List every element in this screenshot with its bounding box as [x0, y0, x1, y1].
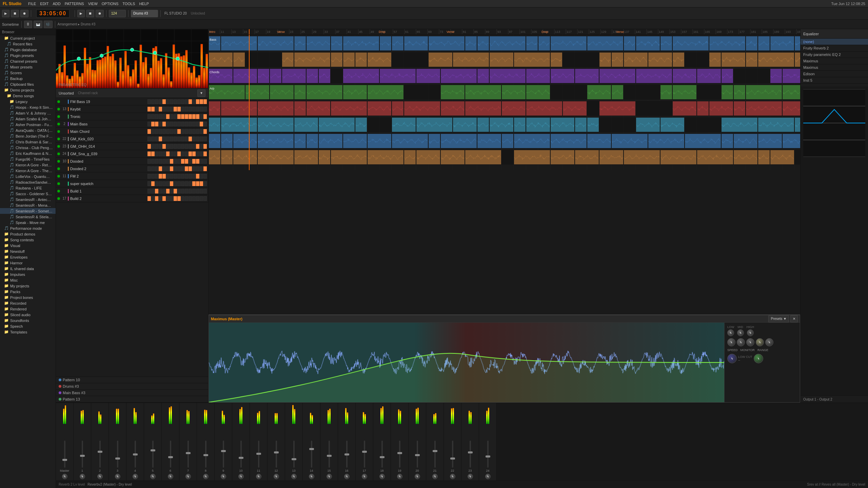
seq-pad-6-4[interactable]: [162, 137, 166, 141]
seq-pad-4-3[interactable]: [159, 122, 162, 126]
seq-pad-2-8[interactable]: [177, 107, 181, 111]
maximus-ceiling-knob[interactable]: [746, 338, 754, 346]
seq-pad-5-7[interactable]: [174, 129, 177, 134]
right-panel-item-2[interactable]: Fruity Reverb 2: [801, 45, 868, 52]
seq-pad-5-2[interactable]: [155, 129, 158, 134]
sidebar-item-legacy[interactable]: 📁Legacy: [0, 99, 56, 104]
channel-led-4[interactable]: [57, 123, 60, 125]
mixer-knob-23[interactable]: [468, 474, 473, 479]
mixer-knob-19[interactable]: [397, 474, 402, 479]
mixer-channel-17[interactable]: 17: [356, 403, 373, 481]
seq-pad-14-3[interactable]: [159, 196, 162, 201]
right-panel-item-4[interactable]: Maximus: [801, 58, 868, 64]
sidebar-item-clipboard-files[interactable]: 🎵Clipboard files: [0, 81, 56, 87]
mixer-channel-9[interactable]: 9: [215, 403, 232, 481]
sidebar-item-sacco[interactable]: 🎵Sacco - Goldener Schnitt: [0, 191, 56, 197]
seq-pad-5-10[interactable]: [185, 129, 188, 134]
channel-led-2[interactable]: [57, 108, 60, 110]
seq-pad-4-8[interactable]: [177, 122, 181, 126]
maximus-plugin-window[interactable]: Maximus (Master) Presets ▼ ✕ LOW: [209, 314, 800, 403]
seq-pad-11-3[interactable]: [159, 174, 162, 179]
fader-knob-9[interactable]: [221, 450, 226, 452]
seq-pad-2-7[interactable]: [174, 107, 177, 111]
fader-knob-7[interactable]: [186, 452, 191, 454]
fader-container-10[interactable]: [232, 424, 250, 468]
seq-pad-8-10[interactable]: [185, 151, 188, 156]
mixer-knob-1[interactable]: [80, 474, 85, 479]
seq-pad-4-9[interactable]: [181, 122, 184, 126]
seq-pad-8-0[interactable]: [147, 151, 151, 156]
seq-pad-4-14[interactable]: [200, 122, 203, 126]
channel-pads-6[interactable]: [147, 137, 207, 141]
sidebar-item-chrissa[interactable]: 🎵Chrissa - Club Penguin: [0, 145, 56, 150]
seq-pad-9-7[interactable]: [174, 159, 177, 164]
arrangement-tracks[interactable]: [209, 35, 800, 314]
seq-pad-2-0[interactable]: [147, 107, 151, 111]
mixer-knob-5[interactable]: [150, 474, 156, 479]
seq-pad-14-6[interactable]: [170, 196, 173, 201]
maximus-high-knob[interactable]: [747, 329, 754, 336]
seq-pad-13-8[interactable]: [177, 189, 181, 194]
channel-led-7[interactable]: [57, 145, 60, 148]
right-panel-item-3[interactable]: Fruity parametric EQ 2: [801, 52, 868, 58]
seq-pad-9-11[interactable]: [189, 159, 192, 164]
maximus-close-btn[interactable]: ✕: [790, 315, 798, 323]
seq-pad-9-0[interactable]: [147, 159, 151, 164]
mixer-knob-3[interactable]: [115, 474, 120, 479]
seq-pad-4-12[interactable]: [192, 122, 196, 126]
right-panel-item-5[interactable]: Maximus: [801, 64, 868, 71]
seq-pad-13-10[interactable]: [185, 189, 188, 194]
sidebar-item-misc[interactable]: 📁Misc: [0, 277, 56, 283]
channel-row-12[interactable]: super squelch: [56, 180, 208, 187]
channel-row-2[interactable]: 13Keybit: [56, 105, 208, 113]
mixer-knob-Master[interactable]: [62, 474, 67, 479]
seq-pad-2-1[interactable]: [151, 107, 155, 111]
channel-row-13[interactable]: Build 1: [56, 187, 208, 195]
seq-pad-6-6[interactable]: [170, 137, 173, 141]
sidebar-item-benn[interactable]: 🎵Benn Jordan (The Flashbulb) - Cassette …: [0, 133, 56, 139]
seq-pad-3-9[interactable]: [181, 114, 184, 119]
sidebar-item-hoops[interactable]: 🎵Hoops - Keep It Simple - 2015: [0, 104, 56, 110]
seq-pad-13-4[interactable]: [162, 189, 166, 194]
channel-pads-8[interactable]: [147, 151, 207, 156]
channel-pads-1[interactable]: [147, 99, 207, 104]
seq-pad-6-9[interactable]: [181, 137, 184, 141]
maximus-lc-knob[interactable]: [727, 354, 737, 363]
seq-pad-9-6[interactable]: [170, 159, 173, 164]
seq-pad-2-2[interactable]: [155, 107, 158, 111]
fader-container-19[interactable]: [391, 424, 408, 468]
seq-pad-8-14[interactable]: [200, 151, 203, 156]
seq-pad-8-6[interactable]: [170, 151, 173, 156]
sidebar-item-il-shared[interactable]: 📁IL shared data: [0, 266, 56, 271]
seq-pad-14-5[interactable]: [166, 196, 170, 201]
seq-pad-7-1[interactable]: [151, 144, 155, 149]
seq-pad-7-3[interactable]: [159, 144, 162, 149]
seq-pad-3-6[interactable]: [170, 114, 173, 119]
fader-knob-14[interactable]: [309, 448, 314, 450]
mixer-knob-22[interactable]: [450, 474, 455, 479]
seq-pad-13-2[interactable]: [155, 189, 158, 194]
seq-pad-13-9[interactable]: [181, 189, 184, 194]
seq-pad-6-10[interactable]: [185, 137, 188, 141]
seq-pad-12-12[interactable]: [192, 181, 196, 186]
seq-pad-4-1[interactable]: [151, 122, 155, 126]
seq-pad-7-5[interactable]: [166, 144, 170, 149]
seq-pad-12-14[interactable]: [200, 181, 203, 186]
mixer-channel-3[interactable]: 3: [109, 403, 126, 481]
seq-pad-7-13[interactable]: [196, 144, 199, 149]
seq-pad-7-9[interactable]: [181, 144, 184, 149]
seq-pad-6-11[interactable]: [189, 137, 192, 141]
mixer-knob-6[interactable]: [168, 474, 173, 479]
seq-pad-1-1[interactable]: [151, 99, 155, 104]
sidebar-item-envelopes[interactable]: 📁Envelopes: [0, 254, 56, 260]
sidebar-item-soundfonts[interactable]: 📁Soundfonts: [0, 318, 56, 323]
channel-led-1[interactable]: [57, 100, 60, 103]
seq-pad-4-15[interactable]: [203, 122, 207, 126]
fader-container-14[interactable]: [303, 424, 320, 468]
fader-container-24[interactable]: [479, 424, 496, 468]
sidebar-item-aura[interactable]: 🎵AuraQualic - DATA (FL Studio Remix): [0, 127, 56, 133]
seq-pad-4-5[interactable]: [166, 122, 170, 126]
fader-knob-2[interactable]: [98, 451, 102, 453]
seq-pad-14-13[interactable]: [196, 196, 199, 201]
fader-container-21[interactable]: [426, 424, 443, 468]
